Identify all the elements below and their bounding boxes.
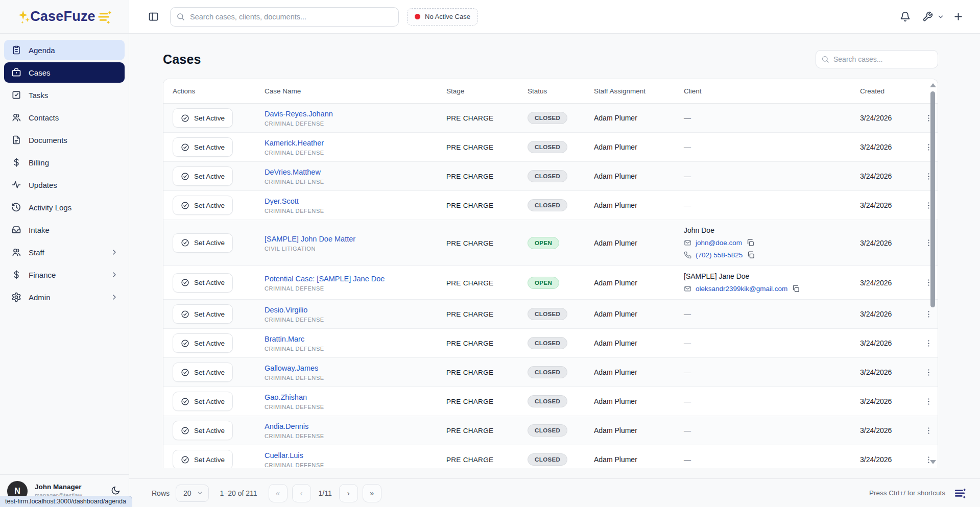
sidebar-item-activity-logs[interactable]: Activity Logs <box>4 197 125 218</box>
copy-phone-button[interactable] <box>747 251 755 259</box>
created-date: 3/24/2026 <box>860 143 892 151</box>
case-name-link[interactable]: [SAMPLE] John Doe Matter <box>265 235 355 243</box>
rows-per-page-select[interactable]: 20 <box>176 485 209 502</box>
set-active-button[interactable]: Set Active <box>173 137 233 157</box>
circle-check-icon <box>181 172 189 181</box>
table-body: Set ActiveDavis-Reyes.JohannCRIMINAL DEF… <box>163 104 938 468</box>
client-empty: — <box>684 172 691 180</box>
shortcuts-lines-icon[interactable] <box>953 487 967 500</box>
set-active-button[interactable]: Set Active <box>173 166 233 186</box>
global-search-input[interactable] <box>170 7 399 27</box>
sidebar-item-contacts[interactable]: Contacts <box>4 107 125 128</box>
table-row: Set ActiveCuellar.LuisCRIMINAL DEFENSEPR… <box>163 445 938 468</box>
active-case-badge[interactable]: No Active Case <box>407 8 478 26</box>
page-title: Cases <box>163 52 201 67</box>
case-practice-area: CRIMINAL DEFENSE <box>265 346 446 352</box>
add-new-button[interactable] <box>949 8 967 26</box>
scrollbar-up-arrow[interactable] <box>930 83 936 87</box>
case-name-link[interactable]: Gao.Zhishan <box>265 393 307 401</box>
client-empty: — <box>684 339 691 347</box>
users-icon <box>11 247 21 257</box>
status-badge: CLOSED <box>528 424 567 437</box>
mail-icon <box>684 285 691 293</box>
sidebar-item-tasks[interactable]: Tasks <box>4 85 125 105</box>
topbar: No Active Case <box>129 0 980 34</box>
tools-menu-button[interactable] <box>919 8 944 26</box>
history-icon <box>11 202 21 212</box>
case-name-link[interactable]: Kamerick.Heather <box>265 139 324 147</box>
prev-page-button[interactable]: ‹ <box>292 484 311 502</box>
sidebar-item-admin[interactable]: Admin <box>4 287 125 307</box>
first-page-button[interactable]: « <box>269 484 288 502</box>
set-active-button[interactable]: Set Active <box>173 363 233 382</box>
activity-icon <box>11 180 21 190</box>
set-active-button[interactable]: Set Active <box>173 233 233 253</box>
notifications-button[interactable] <box>896 8 914 26</box>
dollar-icon <box>11 270 21 280</box>
set-active-button[interactable]: Set Active <box>173 421 233 440</box>
briefcase-icon <box>11 67 21 78</box>
next-page-button[interactable]: › <box>339 484 358 502</box>
staff-assignment: Adam Plumer <box>594 239 637 247</box>
set-active-button[interactable]: Set Active <box>173 392 233 411</box>
sidebar-item-cases[interactable]: Cases <box>4 62 125 83</box>
set-active-button[interactable]: Set Active <box>173 108 233 128</box>
dark-mode-toggle[interactable] <box>110 486 122 497</box>
case-practice-area: CRIMINAL DEFENSE <box>265 179 446 185</box>
wrench-icon <box>922 11 933 22</box>
sidebar-item-updates[interactable]: Updates <box>4 175 125 195</box>
sidebar-item-documents[interactable]: Documents <box>4 130 125 150</box>
set-active-button[interactable]: Set Active <box>173 196 233 215</box>
copy-email-button[interactable] <box>746 238 755 247</box>
sidebar-item-label: Intake <box>29 226 50 234</box>
column-header-actions: Actions <box>163 87 265 95</box>
set-active-button[interactable]: Set Active <box>173 450 233 468</box>
case-name-link[interactable]: Dyer.Scott <box>265 197 299 205</box>
briefcase-icon <box>11 67 21 78</box>
sidebar-item-finance[interactable]: Finance <box>4 264 125 285</box>
case-name-link[interactable]: Andia.Dennis <box>265 422 308 430</box>
set-active-button[interactable]: Set Active <box>173 304 233 324</box>
set-active-button[interactable]: Set Active <box>173 273 233 293</box>
case-name-link[interactable]: Cuellar.Luis <box>265 451 303 460</box>
set-active-label: Set Active <box>194 202 225 209</box>
staff-assignment: Adam Plumer <box>594 426 637 434</box>
client-name: [SAMPLE] Jane Doe <box>684 272 860 280</box>
set-active-label: Set Active <box>194 239 225 247</box>
case-name-link[interactable]: Brattin.Marc <box>265 335 304 343</box>
rows-per-page-value: 20 <box>183 489 192 497</box>
case-name-link[interactable]: Potential Case: [SAMPLE] Jane Doe <box>265 275 385 283</box>
rows-label: Rows <box>152 489 170 497</box>
case-name-link[interactable]: Desio.Virgilio <box>265 306 307 314</box>
last-page-button[interactable]: » <box>363 484 381 502</box>
case-name-link[interactable]: Davis-Reyes.Johann <box>265 110 333 118</box>
client-phone-link[interactable]: (702) 558-5825 <box>696 251 743 259</box>
sidebar-item-billing[interactable]: Billing <box>4 152 125 173</box>
client-email-link[interactable]: oleksandr2399kik@gmail.com <box>696 285 787 293</box>
activity-icon <box>11 180 21 190</box>
history-icon <box>11 202 21 212</box>
scrollbar-thumb[interactable] <box>930 91 935 307</box>
app-title: CaseFuze <box>30 9 95 25</box>
chevron-right-icon <box>110 248 118 256</box>
set-active-button[interactable]: Set Active <box>173 333 233 353</box>
status-badge: OPEN <box>528 277 559 289</box>
sidebar-item-intake[interactable]: Intake <box>4 220 125 240</box>
case-name-link[interactable]: Galloway.James <box>265 364 318 372</box>
sidebar-item-staff[interactable]: Staff <box>4 242 125 262</box>
status-badge: CLOSED <box>528 337 567 349</box>
case-name-link[interactable]: DeVries.Matthew <box>265 168 321 176</box>
table-search-input[interactable] <box>816 50 938 68</box>
scrollbar-down-arrow[interactable] <box>930 460 936 464</box>
case-stage: PRE CHARGE <box>446 369 493 376</box>
search-icon <box>176 12 185 21</box>
file-text-icon <box>11 135 21 145</box>
client-email-link[interactable]: john@doe.com <box>696 239 742 247</box>
client-empty: — <box>684 310 691 318</box>
copy-email-button[interactable] <box>792 284 800 293</box>
pagination-range: 1–20 of 211 <box>220 489 257 497</box>
case-stage: PRE CHARGE <box>446 456 493 464</box>
sidebar-item-agenda[interactable]: Agenda <box>4 40 125 60</box>
sidebar: CaseFuze AgendaCasesTasksContactsDocumen… <box>0 0 129 507</box>
sidebar-toggle-button[interactable] <box>145 8 162 26</box>
